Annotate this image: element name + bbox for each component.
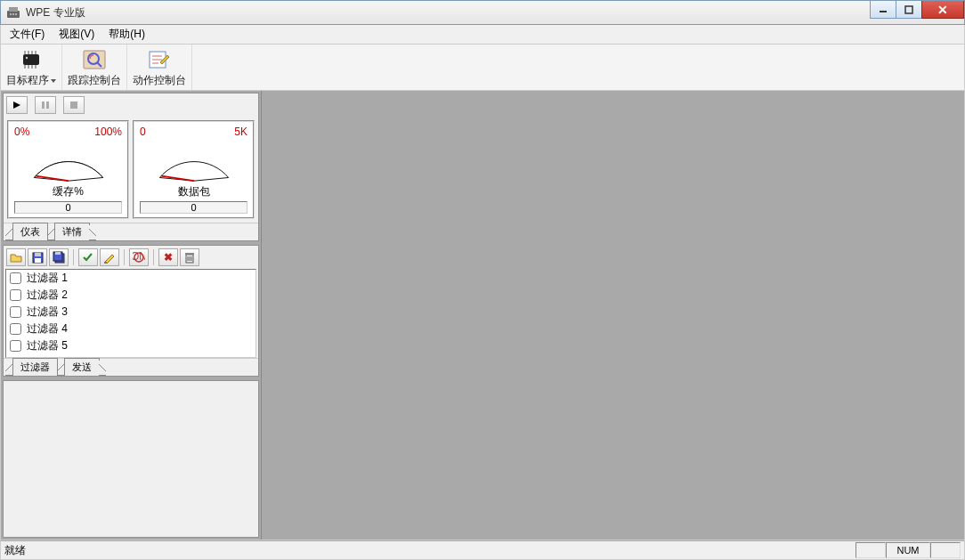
menubar: 文件(F) 视图(V) 帮助(H): [0, 25, 965, 45]
cache-value: 0: [14, 201, 122, 214]
svg-rect-42: [185, 253, 194, 255]
menu-file[interactable]: 文件(F): [3, 24, 52, 45]
maximize-button[interactable]: [896, 1, 922, 19]
app-icon: [6, 5, 20, 20]
list-item[interactable]: 过滤器 5: [6, 337, 255, 354]
status-ready: 就绪: [4, 543, 26, 558]
tab-filters[interactable]: 过滤器: [12, 358, 58, 376]
mdi-area: [262, 91, 964, 540]
svg-point-4: [15, 13, 17, 15]
gauges-row: 0%100% 缓存% 0 05K 数据包 0: [4, 117, 258, 223]
gauge-tabs: 仪表 详情: [4, 223, 258, 240]
svg-rect-33: [35, 258, 41, 263]
action-console-button[interactable]: 动作控制台: [127, 45, 192, 90]
pause-button[interactable]: [35, 96, 56, 114]
filter-checkbox[interactable]: [10, 306, 21, 318]
magnifier-icon: [80, 46, 109, 72]
menu-view[interactable]: 视图(V): [52, 24, 101, 45]
gauge-arc-icon: [150, 142, 239, 183]
filters-panel: ON ✖ 过滤器 1 过滤器 2 过滤器 3 过滤器 4 过滤器 5 过滤器 6…: [3, 245, 259, 377]
filter-list[interactable]: 过滤器 1 过滤器 2 过滤器 3 过滤器 4 过滤器 5 过滤器 6: [5, 269, 256, 358]
svg-rect-6: [905, 6, 912, 13]
svg-rect-36: [55, 252, 61, 255]
action-console-label: 动作控制台: [133, 73, 186, 88]
trace-console-label: 跟踪控制台: [68, 73, 121, 88]
filter-checkbox[interactable]: [10, 340, 21, 352]
edit-script-icon: [145, 46, 174, 72]
cache-gauge: 0%100% 缓存% 0: [7, 120, 129, 219]
minimize-button[interactable]: [870, 1, 896, 19]
packets-min: 0: [140, 126, 146, 138]
svg-point-2: [10, 13, 12, 15]
tab-send[interactable]: 发送: [64, 358, 100, 376]
capture-toolbar: [4, 93, 258, 117]
svg-rect-28: [70, 101, 77, 109]
svg-rect-1: [9, 7, 18, 12]
filter-label: 过滤器 2: [27, 288, 68, 303]
trace-console-button[interactable]: 跟踪控制台: [62, 45, 127, 90]
left-pane: 0%100% 缓存% 0 05K 数据包 0 仪表 详情: [1, 91, 262, 540]
filter-label: 过滤器 4: [27, 321, 68, 337]
capture-panel: 0%100% 缓存% 0 05K 数据包 0 仪表 详情: [3, 93, 259, 241]
window-controls: ✕: [871, 1, 964, 19]
toggle-on-button[interactable]: ON: [129, 248, 149, 266]
status-cell-blank2: [930, 542, 961, 558]
filters-toolbar: ON ✖: [4, 246, 258, 269]
close-button[interactable]: ✕: [921, 1, 964, 19]
svg-rect-7: [23, 54, 39, 65]
statusbar: 就绪 NUM: [0, 540, 965, 560]
open-button[interactable]: [6, 248, 26, 266]
edit-button[interactable]: [100, 248, 119, 266]
workspace: 0%100% 缓存% 0 05K 数据包 0 仪表 详情: [0, 91, 965, 540]
save-all-button[interactable]: [49, 248, 69, 266]
filter-checkbox[interactable]: [10, 272, 21, 284]
filter-label: 过滤器 3: [27, 304, 68, 320]
cache-min: 0%: [14, 126, 29, 138]
packets-max: 5K: [234, 126, 247, 138]
dropdown-icon: [51, 79, 56, 83]
svg-marker-25: [13, 101, 20, 109]
tab-meters[interactable]: 仪表: [12, 223, 48, 240]
packets-gauge: 05K 数据包 0: [133, 120, 255, 219]
target-program-label: 目标程序: [6, 74, 49, 86]
svg-rect-32: [35, 253, 41, 256]
menu-help[interactable]: 帮助(H): [101, 24, 152, 45]
svg-point-16: [26, 56, 28, 58]
filter-label: 过滤器 1: [27, 271, 68, 286]
save-button[interactable]: [28, 248, 47, 266]
svg-rect-26: [42, 101, 45, 109]
svg-text:ON: ON: [133, 251, 145, 263]
filter-label: 过滤器 5: [27, 338, 68, 353]
chip-icon: [17, 46, 45, 72]
svg-point-3: [12, 13, 14, 15]
filter-checkbox[interactable]: [10, 323, 21, 335]
play-button[interactable]: [6, 96, 28, 114]
cache-max: 100%: [94, 126, 122, 138]
svg-rect-38: [104, 262, 107, 264]
target-program-button[interactable]: 目标程序: [1, 45, 62, 90]
svg-rect-27: [46, 101, 49, 109]
list-item[interactable]: 过滤器 4: [6, 321, 255, 337]
trash-button[interactable]: [180, 248, 199, 266]
list-item[interactable]: 过滤器 1: [6, 270, 255, 287]
bottom-empty-panel: [3, 380, 259, 538]
packets-value: 0: [140, 201, 247, 214]
stop-button[interactable]: [63, 96, 85, 114]
list-item[interactable]: 过滤器 3: [6, 304, 255, 321]
delete-button[interactable]: ✖: [158, 248, 178, 266]
gauge-arc-icon: [24, 142, 113, 183]
window-title: WPE 专业版: [26, 5, 85, 20]
filter-checkbox[interactable]: [10, 289, 21, 301]
titlebar: WPE 专业版 ✕: [0, 0, 965, 25]
check-button[interactable]: [78, 248, 98, 266]
main-toolbar: 目标程序 跟踪控制台 动作控制台: [0, 45, 965, 91]
status-cell-num: NUM: [886, 542, 930, 558]
status-cell-blank1: [856, 542, 886, 558]
packets-label: 数据包: [178, 184, 210, 199]
tab-details[interactable]: 详情: [54, 223, 90, 240]
list-item[interactable]: 过滤器 2: [6, 287, 255, 304]
cache-label: 缓存%: [53, 184, 84, 199]
filter-tabs: 过滤器 发送: [4, 358, 258, 376]
